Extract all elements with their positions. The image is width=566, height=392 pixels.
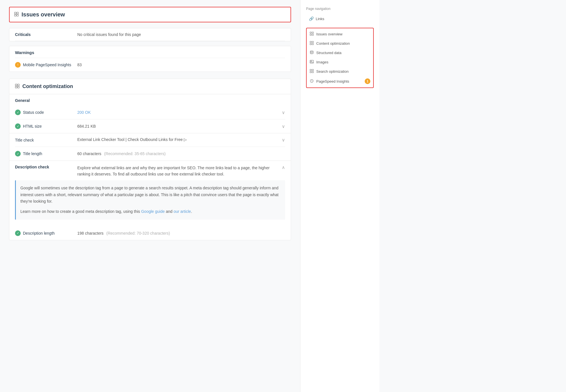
issues-overview-nav-label: Issues overview	[316, 32, 342, 36]
search-optimization-nav-icon	[309, 69, 314, 74]
description-check-header: Description check Explore what external …	[15, 165, 285, 177]
svg-point-18	[311, 61, 312, 62]
status-code-expand-icon[interactable]: ∨	[282, 110, 285, 115]
svg-rect-8	[310, 32, 311, 33]
svg-rect-6	[15, 86, 17, 88]
description-expanded-box: Google will sometimes use the descriptio…	[15, 180, 285, 220]
pagespeed-badge: 1	[365, 78, 370, 84]
title-length-label: ✓ Title length	[15, 151, 77, 157]
sidebar-item-issues-overview[interactable]: Issues overview	[307, 29, 373, 39]
sidebar-item-links[interactable]: 🔗 Links	[306, 14, 374, 23]
issues-overview-title: Issues overview	[22, 11, 65, 18]
content-optimization-section: Content optimization General ✓ Status co…	[9, 79, 291, 240]
warnings-item-value: 83	[77, 63, 82, 67]
html-size-expand-icon[interactable]: ∨	[282, 124, 285, 129]
page-nav-title: Page navigation	[306, 7, 374, 11]
description-expanded: Description check Explore what external …	[15, 161, 285, 226]
warnings-item-label: ! Mobile PageSpeed Insights	[15, 62, 77, 68]
nav-box: Issues overview Content optimization	[306, 28, 374, 88]
svg-rect-12	[310, 41, 311, 43]
html-size-row: ✓ HTML size 684.21 KB ∨	[15, 119, 285, 133]
svg-rect-4	[15, 84, 17, 86]
warnings-item-text: Mobile PageSpeed Insights	[23, 63, 71, 67]
svg-rect-2	[14, 14, 16, 16]
our-article-link[interactable]: our article	[174, 209, 191, 214]
description-length-hint: (Recommended: 70-320 characters)	[106, 231, 170, 235]
svg-rect-14	[310, 43, 311, 45]
title-check-group: Title check External Link Checker Tool |…	[9, 133, 291, 161]
content-optimization-nav-label: Content optimization	[316, 41, 350, 46]
warnings-section: Warnings ! Mobile PageSpeed Insights 83	[9, 46, 291, 72]
issues-overview-header: Issues overview	[9, 7, 291, 22]
link-icon: 🔗	[309, 16, 313, 21]
sidebar-item-pagespeed-insights[interactable]: PageSpeed Insights 1	[307, 76, 373, 86]
svg-rect-7	[18, 86, 19, 88]
svg-rect-5	[18, 84, 19, 86]
svg-rect-17	[310, 60, 313, 63]
criticals-label: Criticals	[15, 32, 77, 37]
description-check-group: Description check Explore what external …	[9, 161, 291, 240]
pagespeed-insights-nav-icon	[309, 79, 314, 84]
title-check-value: External Link Checker Tool | Check Outbo…	[77, 137, 282, 142]
svg-rect-21	[310, 71, 311, 73]
svg-rect-13	[312, 41, 313, 43]
images-nav-label: Images	[316, 60, 328, 64]
title-length-hint: (Recommended: 35-65 characters)	[104, 151, 166, 156]
title-check-header-row: Title check External Link Checker Tool |…	[15, 133, 285, 147]
sidebar-item-images[interactable]: Images	[307, 57, 373, 67]
title-check-label: Title check	[15, 137, 77, 142]
status-code-label: ✓ Status code	[15, 110, 77, 115]
images-nav-icon	[309, 60, 314, 65]
search-optimization-nav-label: Search optimization	[316, 69, 349, 74]
description-paragraph-2: Learn more on how to create a good meta …	[20, 208, 281, 215]
html-size-check-icon: ✓	[15, 123, 21, 129]
status-code-check-icon: ✓	[15, 110, 21, 115]
warning-circle-icon: !	[15, 62, 21, 68]
svg-rect-15	[312, 43, 313, 45]
title-check-expand-icon[interactable]: ∨	[282, 137, 285, 143]
svg-rect-22	[312, 71, 313, 73]
pagespeed-insights-nav-label: PageSpeed Insights	[316, 79, 349, 83]
general-title: General	[15, 94, 285, 106]
nav-links-group: 🔗 Links	[306, 14, 374, 23]
issues-overview-nav-icon	[309, 32, 314, 37]
description-check-label: Description check	[15, 165, 77, 169]
description-length-label: ✓ Description length	[15, 230, 77, 236]
sidebar-item-structured-data[interactable]: Structured data	[307, 48, 373, 57]
sidebar: Page navigation 🔗 Links Issues over	[300, 0, 379, 392]
status-code-value: 200 OK	[77, 110, 282, 115]
svg-rect-11	[312, 34, 313, 35]
status-code-row: ✓ Status code 200 OK ∨	[15, 106, 285, 119]
warnings-title: Warnings	[15, 46, 285, 58]
criticals-value: No critical issues found for this page	[77, 32, 141, 37]
title-length-check-icon: ✓	[15, 151, 21, 157]
description-length-value: 198 characters (Recommended: 70-320 char…	[77, 231, 285, 235]
content-optimization-title: Content optimization	[22, 83, 73, 89]
description-length-row: ✓ Description length 198 characters (Rec…	[15, 226, 285, 240]
issues-overview-icon	[14, 12, 19, 17]
html-size-label: ✓ HTML size	[15, 123, 77, 129]
title-length-row: ✓ Title length 60 characters (Recommende…	[15, 147, 285, 160]
svg-rect-20	[312, 69, 313, 71]
sidebar-item-content-optimization[interactable]: Content optimization	[307, 39, 373, 48]
svg-rect-0	[14, 12, 16, 14]
warnings-row: ! Mobile PageSpeed Insights 83	[15, 58, 285, 72]
svg-rect-3	[17, 14, 18, 16]
description-collapse-icon[interactable]: ∧	[282, 165, 285, 170]
general-group: General ✓ Status code 200 OK ∨ ✓ HTML si…	[9, 94, 291, 133]
criticals-row: Criticals No critical issues found for t…	[15, 28, 285, 41]
criticals-section: Criticals No critical issues found for t…	[9, 28, 291, 41]
svg-rect-9	[312, 32, 313, 33]
svg-rect-19	[310, 69, 311, 71]
sidebar-item-search-optimization[interactable]: Search optimization	[307, 67, 373, 76]
description-paragraph-1: Google will sometimes use the descriptio…	[20, 185, 281, 205]
svg-rect-1	[17, 12, 18, 14]
description-check-value: Explore what external links are and why …	[77, 165, 279, 177]
google-guide-link[interactable]: Google guide	[141, 209, 165, 214]
title-length-value: 60 characters (Recommended: 35-65 charac…	[77, 151, 285, 156]
links-label: Links	[316, 17, 324, 21]
svg-rect-10	[310, 34, 311, 35]
content-optimization-header: Content optimization	[9, 79, 291, 94]
structured-data-nav-label: Structured data	[316, 51, 341, 55]
structured-data-nav-icon	[309, 50, 314, 55]
